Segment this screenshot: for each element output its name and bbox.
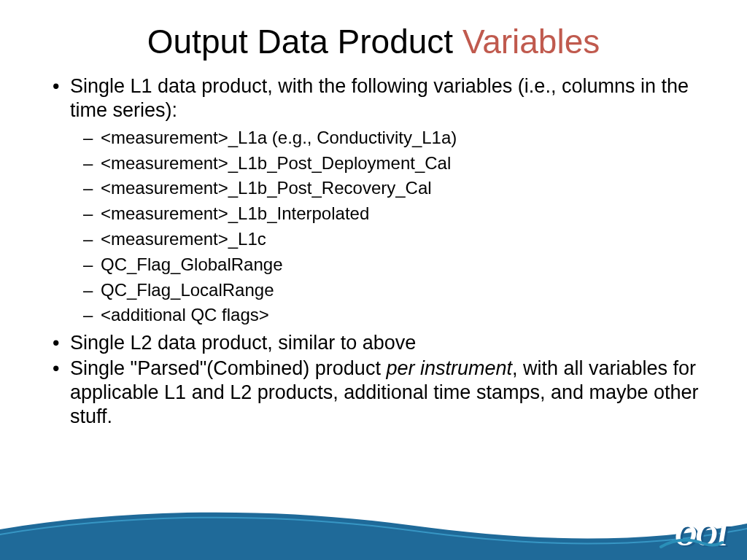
slide-title: Output Data Product Variables: [44, 22, 703, 61]
title-main: Output Data Product: [147, 23, 462, 61]
sub-bullet-2: <measurement>_L1b_Post_Deployment_Cal: [101, 151, 703, 176]
bullet-list: Single L1 data product, with the followi…: [44, 74, 703, 429]
sub-bullet-4: <measurement>_L1b_Interpolated: [101, 201, 703, 227]
bullet-3-em: per instrument: [386, 357, 512, 379]
title-accent: Variables: [462, 23, 600, 61]
sub-bullet-list: <measurement>_L1a (e.g., Conductivity_L1…: [70, 125, 703, 328]
sub-bullet-7: QC_Flag_LocalRange: [101, 278, 703, 303]
bullet-3: Single "Parsed"(Combined) product per in…: [70, 357, 703, 429]
sub-bullet-6: QC_Flag_GlobalRange: [101, 252, 703, 278]
logo-swoosh-icon: [659, 537, 725, 550]
sub-bullet-1: <measurement>_L1a (e.g., Conductivity_L1…: [101, 125, 703, 151]
slide: Output Data Product Variables Single L1 …: [0, 0, 747, 560]
bullet-2: Single L2 data product, similar to above: [70, 331, 703, 355]
sub-bullet-8: <additional QC flags>: [101, 303, 703, 328]
sub-bullet-5: <measurement>_L1c: [101, 227, 703, 252]
bullet-1: Single L1 data product, with the followi…: [70, 74, 703, 328]
bullet-3-pre: Single "Parsed"(Combined) product: [70, 357, 386, 379]
bullet-1-text: Single L1 data product, with the followi…: [70, 75, 689, 121]
sub-bullet-3: <measurement>_L1b_Post_Recovery_Cal: [101, 176, 703, 201]
